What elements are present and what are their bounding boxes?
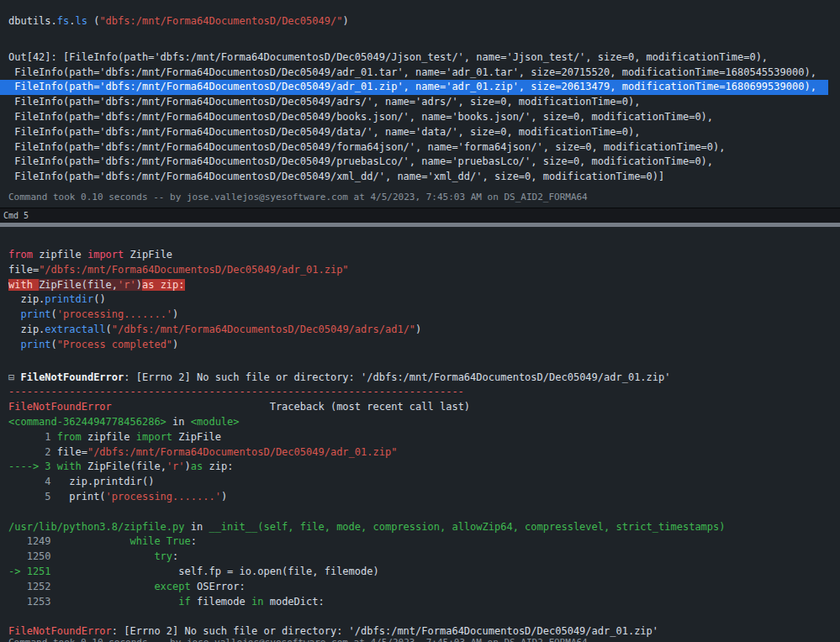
token-p: Out[42]: [FileInfo(path='dbfs:/mnt/Forma…	[8, 51, 768, 63]
token-p: )	[221, 491, 227, 503]
code-line: dbutils.fs.ls ("dbfs:/mnt/Forma64Documen…	[0, 14, 840, 29]
token-hlBs: 'r'	[118, 279, 136, 291]
cell5-command-footer: Command took 0.10 seconds -- by jose.val…	[0, 636, 840, 642]
output-line: FileInfo(path='dbfs:/mnt/Forma64Document…	[0, 110, 840, 125]
output-line: FileInfo(path='dbfs:/mnt/Forma64Document…	[0, 95, 840, 110]
token-p: (	[51, 339, 57, 350]
cell-divider-handle[interactable]	[0, 223, 840, 227]
token-p: FileInfo(path='dbfs:/mnt/Forma64Document…	[8, 66, 816, 78]
token-dim: 5	[8, 491, 57, 503]
token-err: FileNotFoundError	[8, 625, 112, 637]
token-grn: if	[178, 596, 190, 608]
error-line: ----> 3 with ZipFile(file,'r')as zip:	[0, 460, 840, 475]
token-p: in	[166, 416, 191, 428]
cmd-strip: Cmd 5	[0, 208, 840, 223]
token-p: ZipFile(file,	[82, 460, 166, 472]
token-p: )	[185, 460, 191, 472]
error-line: -> 1251 self.fp = io.open(file, filemode…	[0, 565, 840, 580]
token-hlA: with	[8, 279, 39, 291]
code-line: file="/dbfs:/mnt/Forma64DocumentosD/Dec0…	[0, 263, 840, 278]
token-grn: from	[57, 431, 82, 443]
token-fn: printdir	[45, 293, 93, 305]
token-p	[8, 506, 14, 518]
command-cell-5: from zipfile import ZipFilefile="/dbfs:/…	[0, 248, 840, 639]
cell5-code-editor[interactable]: from zipfile import ZipFilefile="/dbfs:/…	[0, 248, 840, 353]
token-str: "/dbfs:/mnt/Forma64DocumentosD/Dec05049/…	[87, 446, 397, 458]
error-line	[0, 505, 840, 520]
token-p: ZipFile	[124, 249, 172, 260]
token-fn: fs	[57, 15, 69, 27]
token-p: FileInfo(path='dbfs:/mnt/Forma64Document…	[8, 111, 713, 123]
cell4-output[interactable]: Out[42]: [FileInfo(path='dbfs:/mnt/Forma…	[0, 50, 840, 185]
token-p: self.fp = io.open(file, filemode)	[51, 566, 379, 577]
token-fn: print	[20, 308, 50, 320]
code-line: with ZipFile(file,'r')as zip:	[0, 278, 840, 293]
notebook-view: dbutils.fs.ls ("dbfs:/mnt/Forma64Documen…	[0, 0, 840, 642]
token-p: Traceback (most recent call last)	[112, 401, 470, 413]
token-p	[51, 460, 57, 472]
token-p: print(	[57, 491, 106, 503]
token-dim: 2	[8, 446, 57, 458]
token-p	[161, 535, 166, 547]
token-p: in	[185, 521, 209, 533]
token-dim: 1250	[8, 550, 57, 562]
token-grn: try	[154, 550, 172, 562]
error-line: /usr/lib/python3.8/zipfile.py in __init_…	[0, 520, 840, 535]
token-p	[57, 596, 179, 608]
output-line: FileInfo(path='dbfs:/mnt/Forma64Document…	[0, 140, 840, 155]
token-grn: __init__(self, file, mode, compression, …	[209, 521, 725, 533]
token-p: )	[172, 339, 178, 350]
token-p: FileInfo(path='dbfs:/mnt/Forma64Document…	[8, 126, 640, 138]
token-grn: -> 1251	[8, 566, 51, 577]
token-p: :	[172, 550, 178, 562]
token-grn: while	[130, 535, 161, 547]
error-line: FileNotFoundError Traceback (most recent…	[0, 400, 840, 415]
token-p: FileInfo(path='dbfs:/mnt/Forma64Document…	[8, 141, 726, 153]
code-line: print('processing.......')	[0, 308, 840, 323]
token-p	[57, 550, 155, 562]
token-p: )	[172, 308, 178, 320]
error-line: 2 file="/dbfs:/mnt/Forma64DocumentosD/De…	[0, 445, 840, 460]
error-line: 1250 try:	[0, 550, 840, 565]
token-p: FileInfo(path='dbfs:/mnt/Forma64Document…	[8, 81, 816, 92]
output-line: FileInfo(path='dbfs:/mnt/Forma64Document…	[0, 125, 840, 140]
token-kw: from	[8, 249, 33, 260]
output-line: Out[42]: [FileInfo(path='dbfs:/mnt/Forma…	[0, 50, 840, 66]
error-line: 5 print('processing.......')	[0, 490, 840, 505]
token-str: "Process completed"	[57, 339, 172, 350]
token-str: 'r'	[166, 460, 185, 472]
token-p: file=	[57, 446, 87, 458]
token-p	[8, 610, 14, 622]
token-err: FileNotFoundError	[8, 401, 112, 413]
token-p: )	[342, 15, 348, 27]
token-fn: extractall	[45, 324, 105, 335]
output-line: FileInfo(path='dbfs:/mnt/Forma64Document…	[0, 155, 840, 170]
cell4-command-footer: Command took 0.10 seconds -- by jose.val…	[0, 191, 840, 203]
token-p: zipfile	[33, 249, 87, 260]
token-err: ----------------------------------------…	[8, 386, 464, 397]
token-p: (	[106, 324, 112, 335]
cell5-error-output[interactable]: ⊟ FileNotFoundError: [Errno 2] No such f…	[0, 371, 840, 639]
token-grn: True	[166, 535, 191, 547]
error-line: 1253 if filemode in modeDict:	[0, 595, 840, 610]
output-line: FileInfo(path='dbfs:/mnt/Forma64Document…	[0, 170, 840, 185]
token-grn: ----> 3	[8, 460, 51, 472]
token-grn: in	[251, 596, 263, 608]
token-kw: import	[87, 249, 124, 260]
token-grn: <command-3624494778456286>	[8, 416, 166, 428]
error-line: 1252 except OSError:	[0, 580, 840, 595]
token-str: "/dbfs:/mnt/Forma64DocumentosD/Dec05049/…	[39, 264, 348, 276]
error-line: ----------------------------------------…	[0, 385, 840, 400]
collapse-results-icon[interactable]: ⊟	[8, 371, 20, 383]
code-line: print("Process completed")	[0, 338, 840, 353]
token-hlB: )	[136, 279, 142, 291]
token-p: file=	[8, 264, 39, 276]
token-str: 'processing.......'	[57, 308, 172, 320]
cell-separator: Cmd 5	[0, 208, 840, 227]
cell4-code-editor[interactable]: dbutils.fs.ls ("dbfs:/mnt/Forma64Documen…	[0, 0, 840, 29]
token-p	[8, 339, 20, 350]
token-p	[57, 581, 155, 592]
token-dim: 1	[8, 431, 57, 443]
token-p: zipfile	[82, 431, 136, 443]
token-grn: with	[57, 460, 82, 472]
